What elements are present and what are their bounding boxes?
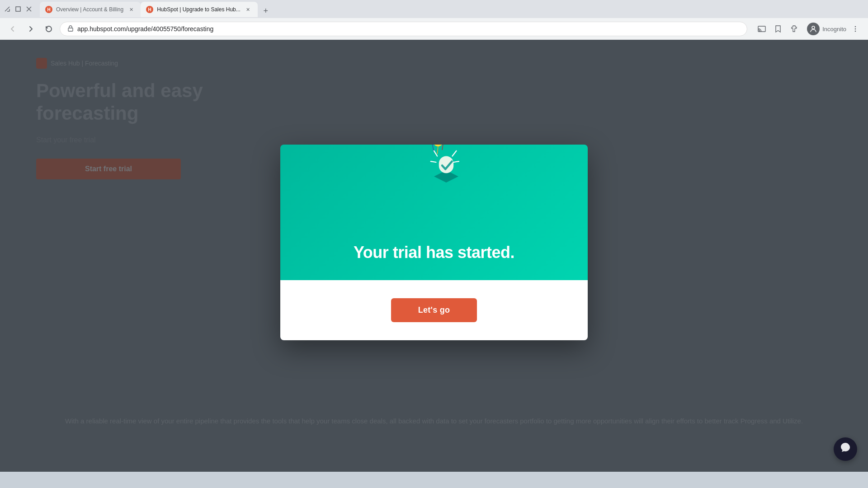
title-bar: H Overview | Account & Billing ✕ H HubSp…	[0, 0, 868, 18]
svg-point-15	[855, 28, 856, 30]
reload-button[interactable]	[42, 22, 56, 36]
lets-go-button[interactable]: Let's go	[391, 298, 477, 322]
back-button[interactable]	[5, 22, 20, 36]
incognito-area: Incognito	[807, 23, 846, 35]
svg-text:H: H	[148, 7, 151, 12]
tab-1-close-button[interactable]: ✕	[127, 5, 135, 14]
browser-tab-1[interactable]: H Overview | Account & Billing ✕	[40, 2, 141, 17]
svg-line-30	[431, 161, 436, 162]
cast-button[interactable]	[755, 22, 769, 36]
modal-top-section: ✦ ✦ ✦	[280, 145, 588, 280]
address-text: app.hubspot.com/upgrade/40055750/forecas…	[77, 25, 740, 33]
address-bar-row: app.hubspot.com/upgrade/40055750/forecas…	[0, 18, 868, 40]
tab-2-label: HubSpot | Upgrade to Sales Hub...	[157, 6, 241, 13]
menu-button[interactable]	[848, 22, 863, 36]
trial-illustration: ✦ ✦ ✦	[398, 145, 470, 208]
svg-text:H: H	[47, 7, 50, 12]
toolbar-icons: Incognito	[755, 22, 863, 36]
svg-point-13	[812, 26, 815, 29]
modal-bottom-section: Let's go	[280, 280, 588, 340]
page-content: Sales Hub | Forecasting Powerful and eas…	[0, 40, 868, 472]
tabs-bar: H Overview | Account & Billing ✕ H HubSp…	[36, 1, 864, 17]
browser-chrome: H Overview | Account & Billing ✕ H HubSp…	[0, 0, 868, 40]
svg-point-12	[759, 31, 760, 32]
window-minimize-button[interactable]	[4, 5, 11, 13]
svg-line-28	[434, 150, 437, 156]
svg-rect-27	[439, 156, 453, 173]
tab-1-favicon: H	[45, 6, 52, 13]
tab-2-favicon: H	[146, 6, 153, 13]
svg-rect-10	[68, 28, 73, 31]
forward-button[interactable]	[24, 22, 38, 36]
svg-point-16	[855, 31, 856, 32]
svg-point-14	[855, 26, 856, 28]
incognito-icon	[807, 23, 820, 35]
lock-icon	[67, 25, 74, 33]
chat-bubble-button[interactable]	[834, 437, 857, 461]
extensions-button[interactable]	[787, 22, 802, 36]
window-maximize-button[interactable]	[14, 5, 22, 13]
svg-rect-3	[16, 7, 20, 11]
svg-line-18	[442, 145, 444, 150]
new-tab-button[interactable]: +	[259, 5, 272, 17]
modal-title: Your trial has started.	[354, 243, 514, 262]
tab-2-close-button[interactable]: ✕	[244, 5, 252, 14]
browser-tab-2[interactable]: H HubSpot | Upgrade to Sales Hub... ✕	[141, 2, 258, 17]
tab-1-label: Overview | Account & Billing	[56, 6, 123, 13]
svg-line-31	[453, 161, 459, 162]
svg-line-29	[453, 150, 457, 156]
bookmark-button[interactable]	[771, 22, 785, 36]
svg-line-0	[5, 7, 9, 11]
trial-started-modal: ✦ ✦ ✦	[280, 145, 588, 340]
address-bar[interactable]: app.hubspot.com/upgrade/40055750/forecas…	[60, 22, 747, 36]
modal-overlay: ✦ ✦ ✦	[0, 40, 868, 472]
chat-bubble-icon	[840, 442, 851, 456]
incognito-label: Incognito	[822, 26, 846, 33]
svg-point-21	[432, 145, 443, 146]
window-close-button[interactable]	[25, 5, 33, 13]
svg-line-22	[437, 146, 438, 154]
